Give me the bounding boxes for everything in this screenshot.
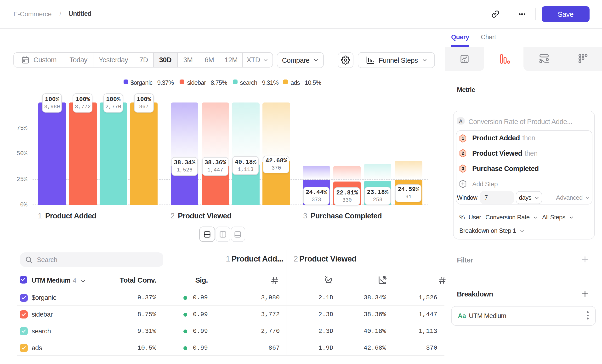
svg-text:3: 3 [462,166,464,171]
svg-text:1: 1 [462,136,464,140]
svg-text:2: 2 [462,151,464,156]
